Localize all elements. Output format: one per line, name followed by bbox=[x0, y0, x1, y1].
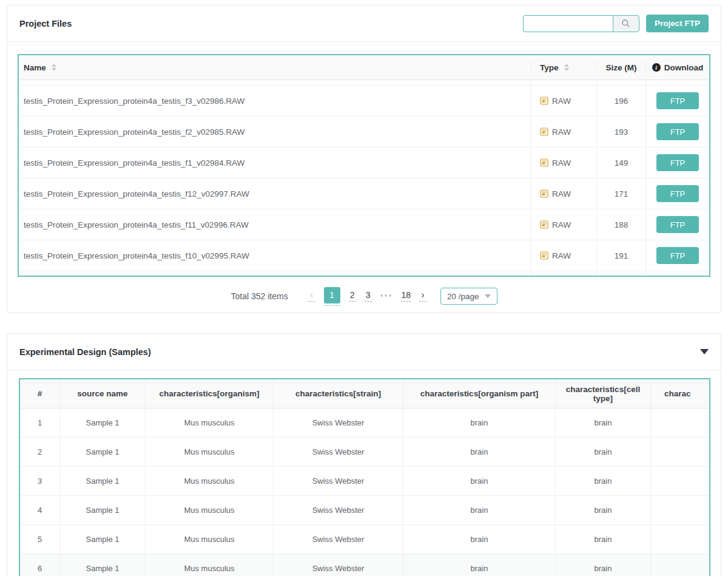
table-row-partial bbox=[19, 80, 709, 86]
table-row: 2Sample 1Mus musculusSwiss Websterbrainb… bbox=[20, 438, 709, 467]
page-button[interactable]: 3 bbox=[365, 291, 372, 302]
page-button-active[interactable]: 1 bbox=[324, 287, 340, 306]
sample-cell bbox=[651, 408, 710, 437]
search-icon bbox=[621, 19, 630, 28]
samples-column-header: characteristics[strain] bbox=[274, 379, 403, 408]
file-type-icon bbox=[540, 189, 548, 198]
sample-cell: Mus musculus bbox=[146, 408, 274, 437]
sample-cell bbox=[651, 496, 710, 524]
ftp-download-button[interactable]: FTP bbox=[656, 123, 699, 140]
table-row: testis_Protein_Expression_protein4a_test… bbox=[19, 178, 709, 209]
info-icon: i bbox=[652, 63, 661, 72]
sample-cell: brain bbox=[556, 408, 651, 437]
table-row: testis_Protein_Expression_protein4a_test… bbox=[19, 147, 709, 178]
file-size: 149 bbox=[615, 158, 629, 168]
pagination: Total 352 items ‹123•••18› 20 /page bbox=[18, 287, 710, 305]
sample-cell bbox=[651, 554, 710, 576]
table-row-partial bbox=[19, 271, 709, 277]
file-size: 196 bbox=[615, 97, 629, 106]
download-column-label: Download bbox=[664, 63, 704, 72]
sample-cell: brain bbox=[403, 554, 556, 576]
total-items-label: Total 352 items bbox=[231, 291, 288, 301]
table-row: 5Sample 1Mus musculusSwiss Websterbrainb… bbox=[20, 525, 709, 554]
type-column-label: Type bbox=[540, 63, 559, 72]
sample-cell: brain bbox=[403, 408, 556, 437]
sample-cell: Sample 1 bbox=[60, 554, 146, 576]
file-size: 193 bbox=[615, 127, 629, 137]
sample-cell: Sample 1 bbox=[60, 408, 146, 437]
file-name: testis_Protein_Expression_protein4a_test… bbox=[24, 127, 244, 137]
samples-column-header: charac bbox=[651, 379, 710, 408]
samples-table-body: 1Sample 1Mus musculusSwiss Websterbrainb… bbox=[20, 408, 709, 576]
prev-page-button[interactable]: ‹ bbox=[308, 291, 315, 302]
page-size-select[interactable]: 20 /page bbox=[440, 288, 497, 305]
sample-cell: Sample 1 bbox=[60, 467, 146, 495]
ftp-download-button[interactable]: FTP bbox=[656, 154, 699, 171]
page-button[interactable]: 2 bbox=[349, 291, 356, 302]
file-type: RAW bbox=[552, 251, 571, 260]
sample-cell: brain bbox=[403, 438, 556, 466]
file-size: 171 bbox=[615, 189, 629, 198]
files-table-header: Name Type Size (M) i Download bbox=[19, 55, 709, 80]
sample-cell: brain bbox=[403, 467, 556, 495]
samples-column-header: characteristics[organism part] bbox=[403, 379, 556, 408]
sample-cell: Mus musculus bbox=[146, 554, 274, 576]
file-name: testis_Protein_Expression_protein4a_test… bbox=[24, 251, 249, 260]
sample-cell: 1 bbox=[20, 408, 60, 437]
sample-cell: brain bbox=[556, 496, 651, 524]
name-column-label: Name bbox=[24, 63, 46, 72]
sample-cell: brain bbox=[403, 525, 556, 554]
samples-table: #source namecharacteristics[organism]cha… bbox=[19, 378, 710, 576]
sample-cell: 3 bbox=[20, 467, 60, 495]
table-row: 6Sample 1Mus musculusSwiss Websterbrainb… bbox=[20, 554, 709, 576]
experimental-design-body: #source namecharacteristics[organism]cha… bbox=[7, 370, 721, 576]
file-size: 188 bbox=[615, 220, 629, 229]
file-type: RAW bbox=[552, 158, 571, 168]
sample-cell: Swiss Webster bbox=[274, 408, 403, 437]
column-header-type[interactable]: Type bbox=[531, 63, 597, 72]
file-type: RAW bbox=[552, 220, 571, 229]
pager-ellipsis-icon: ••• bbox=[380, 291, 393, 302]
project-files-card: Project Files Project FTP Name bbox=[7, 5, 721, 313]
samples-column-header: characteristics[organism] bbox=[146, 379, 274, 408]
sample-cell: Mus musculus bbox=[146, 525, 274, 554]
file-search-input[interactable] bbox=[523, 15, 613, 32]
ftp-download-button[interactable]: FTP bbox=[656, 247, 699, 264]
samples-column-header: # bbox=[20, 379, 60, 408]
sample-cell: Mus musculus bbox=[146, 496, 274, 524]
sample-cell: Swiss Webster bbox=[274, 496, 403, 524]
ftp-download-button[interactable]: FTP bbox=[656, 216, 699, 233]
sample-cell: Sample 1 bbox=[60, 438, 146, 466]
collapse-icon[interactable] bbox=[700, 349, 709, 354]
project-files-body: Name Type Size (M) i Download bbox=[7, 42, 721, 313]
ftp-download-button[interactable]: FTP bbox=[656, 185, 699, 202]
file-type-icon bbox=[540, 127, 548, 136]
sample-cell: brain bbox=[556, 438, 651, 466]
sort-carets-icon bbox=[52, 64, 56, 71]
pager: ‹123•••18› bbox=[304, 287, 431, 306]
column-header-name[interactable]: Name bbox=[19, 63, 531, 72]
search-button[interactable] bbox=[613, 15, 639, 32]
page-button[interactable]: 18 bbox=[401, 291, 411, 302]
samples-table-header: #source namecharacteristics[organism]cha… bbox=[20, 379, 709, 408]
sort-carets-icon bbox=[564, 64, 569, 71]
ftp-download-button[interactable]: FTP bbox=[656, 92, 699, 109]
sample-cell: Sample 1 bbox=[60, 525, 146, 554]
size-column-label: Size (M) bbox=[605, 63, 636, 72]
sample-cell: brain bbox=[556, 467, 651, 495]
chevron-down-icon bbox=[485, 294, 491, 298]
project-files-title: Project Files bbox=[19, 19, 72, 29]
file-name: testis_Protein_Expression_protein4a_test… bbox=[24, 220, 249, 229]
table-row: testis_Protein_Expression_protein4a_test… bbox=[19, 240, 709, 271]
table-row: testis_Protein_Expression_protein4a_test… bbox=[19, 209, 709, 240]
project-files-header: Project Files Project FTP bbox=[7, 5, 721, 42]
project-ftp-button[interactable]: Project FTP bbox=[646, 15, 709, 32]
file-size: 191 bbox=[615, 251, 629, 260]
sample-cell: Swiss Webster bbox=[274, 438, 403, 466]
sample-cell: brain bbox=[556, 554, 651, 576]
sample-cell: Swiss Webster bbox=[274, 554, 403, 576]
sample-cell bbox=[651, 467, 710, 495]
page-size-value: 20 /page bbox=[447, 292, 479, 301]
table-row: 4Sample 1Mus musculusSwiss Websterbrainb… bbox=[20, 496, 709, 525]
next-page-button[interactable]: › bbox=[419, 291, 426, 302]
